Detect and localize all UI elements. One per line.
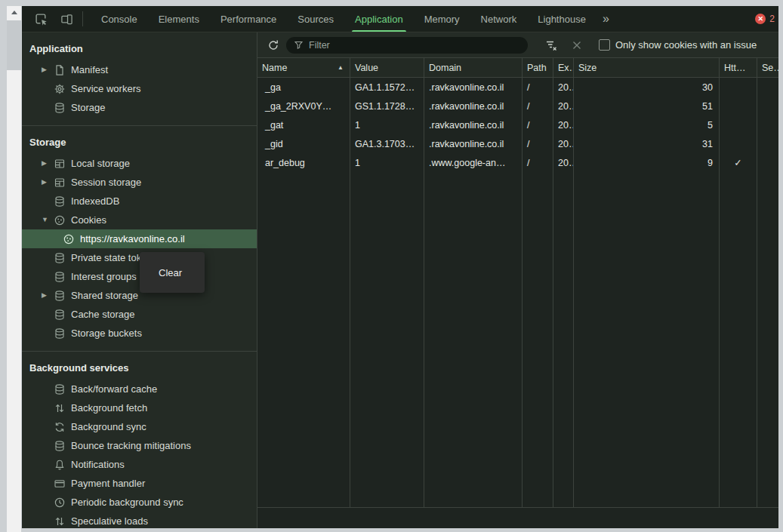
sidebar-item-manifest[interactable]: ▶Manifest	[22, 60, 257, 79]
column-header-htt[interactable]: Htt…	[720, 58, 757, 77]
sidebar-item-label: Back/forward cache	[71, 383, 157, 395]
cell-expires: 20…	[553, 153, 574, 172]
sidebar-item-indexeddb[interactable]: IndexedDB	[22, 192, 257, 211]
tab-lighthouse[interactable]: Lighthouse	[527, 6, 596, 32]
cell-httponly	[720, 134, 757, 153]
funnel-icon	[294, 40, 304, 50]
column-header-name[interactable]: Name▲	[257, 58, 350, 77]
cookie-row-ga-2rxv0y[interactable]: _ga_2RXV0Y…GS1.1.1728….ravkavonline.co.i…	[257, 97, 778, 115]
page-scrollbar[interactable]	[7, 6, 21, 532]
sidebar-item-notifications[interactable]: Notifications	[22, 455, 257, 474]
cell-domain: .ravkavonline.co.il	[424, 115, 523, 134]
cookies-toolbar: Filter Only show cookies with an issue	[257, 32, 778, 58]
sidebar-item-session-storage[interactable]: ▶Session storage	[22, 173, 257, 192]
database-icon	[54, 102, 66, 114]
issue-filter-checkbox[interactable]	[599, 39, 610, 51]
tab-console[interactable]: Console	[91, 6, 148, 32]
cell-secure	[757, 134, 778, 153]
cookies-table-header: Name▲ValueDomainPathEx…SizeHtt…Se…	[257, 58, 778, 78]
filler-column	[424, 172, 523, 507]
cell-size: 51	[574, 97, 720, 115]
triangle-right-icon[interactable]: ▶	[42, 179, 54, 186]
column-header-domain[interactable]: Domain	[424, 58, 523, 77]
sidebar-item-https-ravkavonline-co-il[interactable]: https://ravkavonline.co.il	[22, 229, 257, 248]
sidebar-item-back-forward-cache[interactable]: Back/forward cache	[22, 380, 257, 398]
inspect-element-icon[interactable]	[32, 11, 49, 27]
triangle-right-icon[interactable]: ▶	[42, 66, 54, 73]
column-header-label: Ex…	[558, 63, 574, 73]
error-badge-icon[interactable]: ✕	[755, 14, 766, 24]
filter-input[interactable]: Filter	[286, 37, 528, 54]
sidebar-item-label: Local storage	[71, 158, 130, 169]
sidebar-section-background-services: Background servicesBack/forward cacheBac…	[22, 351, 257, 528]
table-filler	[257, 172, 778, 507]
sidebar-item-local-storage[interactable]: ▶Local storage	[22, 154, 257, 173]
cell-expires: 20…	[553, 115, 574, 134]
more-tabs-chevron[interactable]: »	[600, 12, 612, 26]
refresh-button[interactable]	[264, 35, 283, 55]
sidebar-item-label: Manifest	[71, 64, 108, 75]
cell-value: 1	[350, 153, 424, 172]
sidebar-item-background-fetch[interactable]: Background fetch	[22, 398, 257, 417]
cell-domain: .ravkavonline.co.il	[424, 78, 523, 97]
column-header-ex[interactable]: Ex…	[553, 58, 574, 77]
column-header-path[interactable]: Path	[523, 58, 553, 77]
filler-column	[553, 172, 574, 507]
gear-icon	[54, 83, 66, 95]
triangle-right-icon[interactable]: ▶	[42, 292, 54, 299]
sidebar-item-bounce-tracking-mitigations[interactable]: Bounce tracking mitigations	[22, 436, 257, 455]
sidebar-item-storage[interactable]: Storage	[22, 98, 257, 117]
tab-application[interactable]: Application	[344, 6, 414, 32]
cell-name: _gid	[257, 134, 350, 153]
cookie-row-ar-debug[interactable]: ar_debug1.www.google-an…/20…9✓	[257, 153, 778, 172]
sidebar-item-periodic-background-sync[interactable]: Periodic background sync	[22, 493, 257, 512]
filler-column	[350, 172, 424, 507]
bell-icon	[54, 459, 66, 471]
cell-path: /	[523, 78, 553, 97]
sidebar-item-label: Notifications	[71, 459, 125, 470]
cookie-row-ga[interactable]: _gaGA1.1.1572….ravkavonline.co.il/20…30	[257, 78, 778, 97]
sidebar-item-label: Cookies	[71, 214, 106, 226]
scrollbar-thumb[interactable]	[7, 20, 21, 70]
sidebar-item-cache-storage[interactable]: Cache storage	[22, 305, 257, 324]
sidebar-item-speculative-loads[interactable]: Speculative loads	[22, 512, 257, 528]
triangle-right-icon[interactable]: ▶	[42, 160, 54, 167]
cell-path: /	[523, 134, 553, 153]
sidebar-item-cookies[interactable]: ▼Cookies	[22, 211, 257, 229]
clear-filter-button[interactable]	[541, 35, 561, 55]
sidebar-item-label: Cache storage	[71, 309, 135, 320]
sidebar-item-storage-buckets[interactable]: Storage buckets	[22, 324, 257, 343]
tab-elements[interactable]: Elements	[148, 6, 210, 32]
tab-performance[interactable]: Performance	[210, 6, 287, 32]
scroll-up-button[interactable]	[7, 6, 21, 19]
sidebar-item-label: Background fetch	[71, 402, 147, 414]
column-header-size[interactable]: Size	[574, 58, 720, 77]
cell-secure	[757, 97, 778, 115]
tab-sources[interactable]: Sources	[287, 6, 344, 32]
cookie-row-gid[interactable]: _gidGA1.3.1703….ravkavonline.co.il/20…31	[257, 134, 778, 153]
column-header-label: Htt…	[724, 63, 745, 73]
column-header-label: Value	[355, 63, 378, 73]
sidebar-item-label: Service workers	[71, 83, 140, 94]
cookies-table-body: _gaGA1.1.1572….ravkavonline.co.il/20…30_…	[257, 78, 778, 172]
triangle-down-icon[interactable]: ▼	[42, 217, 54, 223]
cell-domain: .www.google-an…	[424, 153, 523, 172]
column-header-se[interactable]: Se…	[757, 58, 778, 77]
tab-memory[interactable]: Memory	[414, 6, 470, 32]
sidebar-item-payment-handler[interactable]: Payment handler	[22, 474, 257, 493]
sidebar-section-storage: Storage▶Local storage▶Session storageInd…	[22, 125, 257, 344]
sidebar-item-background-sync[interactable]: Background sync	[22, 417, 257, 436]
sidebar-item-service-workers[interactable]: Service workers	[22, 79, 257, 98]
cell-size: 30	[574, 78, 720, 97]
cookie-row-gat[interactable]: _gat1.ravkavonline.co.il/20…5	[257, 115, 778, 134]
tab-network[interactable]: Network	[470, 6, 528, 32]
column-header-label: Name	[262, 63, 287, 73]
tabbar-divider	[82, 11, 83, 26]
devtools-tabbar: ConsoleElementsPerformanceSourcesApplica…	[22, 6, 778, 32]
device-toolbar-icon[interactable]	[58, 11, 75, 27]
sidebar-item-label: Background sync	[71, 421, 146, 432]
delete-button[interactable]	[567, 35, 587, 55]
context-menu-item-clear[interactable]: Clear	[140, 262, 205, 283]
column-header-value[interactable]: Value	[350, 58, 424, 77]
filter-placeholder: Filter	[309, 40, 330, 51]
